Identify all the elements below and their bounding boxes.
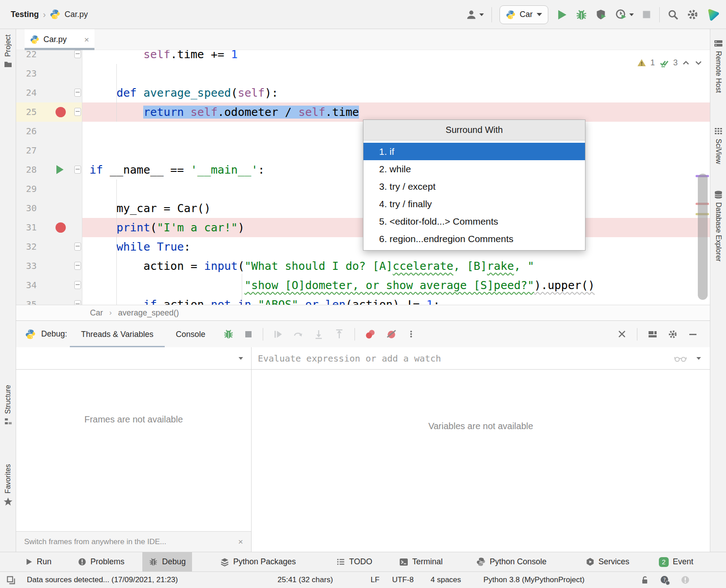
inspections-widget[interactable]: 1 3 [637,58,703,68]
sidebar-item-remote-host[interactable]: Remote Host [710,39,726,93]
next-problem-icon[interactable] [694,59,703,67]
breakpoint-icon[interactable] [56,107,66,117]
stop-icon[interactable] [244,330,253,339]
line-number[interactable]: 33 [16,256,37,276]
fold-marker-icon[interactable] [74,281,81,289]
run-configuration-select[interactable]: Car [500,5,548,24]
toolwindow-problems[interactable]: Problems [72,552,131,571]
indent-setting[interactable]: 4 spaces [431,572,461,588]
popup-item-2[interactable]: 2. while [363,160,585,178]
line-number[interactable]: 28 [16,160,37,179]
cloud-config-icon[interactable] [660,572,670,588]
line-number[interactable]: 24 [16,83,37,102]
step-over-icon[interactable] [293,329,303,340]
rerun-debug-icon[interactable] [223,328,234,340]
mute-breakpoints-icon[interactable] [386,328,397,340]
run-line-icon[interactable] [56,165,64,174]
step-into-icon[interactable] [313,329,324,340]
toolwindow-run[interactable]: Run [19,552,58,571]
toolwindow-terminal[interactable]: Terminal [393,552,449,571]
sidebar-item-project[interactable]: Project [0,34,16,69]
toolwindow-todo[interactable]: TODO [330,552,379,571]
run-button[interactable] [556,9,568,21]
profiler-button[interactable] [615,9,634,21]
breadcrumb-class[interactable]: Car [90,308,103,318]
python-interpreter[interactable]: Python 3.8 (MyPythonProject) [483,572,585,588]
watches-glasses-icon[interactable] [674,354,687,363]
line-number[interactable]: 35 [16,295,37,305]
scrollbar-thumb[interactable] [698,174,708,300]
breadcrumb-file[interactable]: Car.py [64,10,88,19]
chevron-down-icon [629,13,634,16]
debug-button[interactable] [575,9,588,21]
close-tab-icon[interactable]: × [84,35,89,44]
toolwindow-switcher-icon[interactable] [6,572,16,588]
sidebar-item-sciview[interactable]: SciView [710,127,726,164]
view-breakpoints-icon[interactable] [365,328,376,340]
line-number[interactable]: 27 [16,141,37,160]
server-icon [714,39,723,48]
breakpoint-icon[interactable] [56,222,66,233]
settings-icon[interactable] [668,329,678,339]
status-message[interactable]: Data sources detected... (17/09/2021, 21… [27,572,178,588]
fold-marker-icon[interactable] [74,89,81,97]
toolwindow-python-packages[interactable]: Python Packages [214,552,302,571]
toolwindow-python-console[interactable]: Python Console [470,552,553,571]
more-options-icon[interactable] [407,330,415,338]
hide-icon[interactable] [688,330,697,339]
settings-button[interactable] [687,9,699,21]
ide-features-trainer-icon[interactable] [706,8,720,21]
popup-item-3[interactable]: 3. try / except [363,178,585,195]
sidebar-item-structure[interactable]: Structure [0,385,16,426]
fold-marker-icon[interactable] [74,262,81,270]
toolwindow-services[interactable]: Services [580,552,636,571]
fold-marker-icon[interactable] [74,243,81,251]
file-encoding[interactable]: UTF-8 [392,572,414,588]
popup-item-1[interactable]: 1. if [363,143,585,160]
evaluate-expression-input[interactable]: Evaluate expression or add a watch [252,347,710,370]
event-indicator-icon[interactable] [681,572,690,588]
fold-marker-icon[interactable] [74,108,81,116]
line-number[interactable]: 25 [16,102,37,122]
line-number[interactable]: 26 [16,122,37,141]
search-everywhere-button[interactable] [667,9,679,21]
prev-problem-icon[interactable] [682,59,690,67]
layout-settings-icon[interactable] [648,330,657,339]
line-number[interactable]: 34 [16,276,37,295]
run-with-coverage-button[interactable] [595,9,607,21]
notification-banner: Switch frames from anywhere in the IDE..… [16,531,251,552]
read-lock-icon[interactable] [640,572,649,588]
vcs-user-button[interactable] [465,9,484,21]
line-number[interactable]: 30 [16,199,37,218]
editor-scrollbar[interactable] [695,50,710,305]
step-out-icon[interactable] [334,329,345,340]
tab-threads-variables[interactable]: Threads & Variables [70,321,165,348]
close-notification-icon[interactable]: × [238,537,243,547]
resume-program-icon[interactable] [273,329,283,339]
breadcrumb-method[interactable]: average_speed() [118,308,179,318]
frames-selector[interactable] [16,347,251,370]
popup-item-4[interactable]: 4. try / finally [363,195,585,213]
line-number[interactable]: 23 [16,64,37,83]
chevron-down-icon[interactable] [696,357,701,360]
line-separator[interactable]: LF [371,572,380,588]
stop-button[interactable] [641,9,652,20]
tab-car-py[interactable]: Car.py × [25,29,94,50]
caret-position[interactable]: 25:41 (32 chars) [278,572,333,588]
close-icon[interactable] [618,330,626,338]
line-number[interactable]: 32 [16,237,37,256]
tab-console[interactable]: Console [165,321,217,348]
fold-marker-icon[interactable] [74,50,81,58]
popup-item-6[interactable]: 6. region...endregion Comments [363,230,585,247]
toolwindow-event-log[interactable]: 2 Event [653,552,700,571]
fold-marker-icon[interactable] [74,166,81,174]
popup-item-5[interactable]: 5. <editor-fold...> Comments [363,213,585,230]
toolwindow-debug[interactable]: Debug [142,552,192,571]
sidebar-item-favorites[interactable]: Favorites [0,464,16,507]
sidebar-item-database-explorer[interactable]: Database Explorer [710,190,726,262]
line-number[interactable]: 22 [16,50,37,64]
line-number[interactable]: 29 [16,179,37,199]
fold-marker-icon[interactable] [74,300,81,305]
breadcrumb-project[interactable]: Testing [11,10,39,19]
line-number[interactable]: 31 [16,218,37,237]
